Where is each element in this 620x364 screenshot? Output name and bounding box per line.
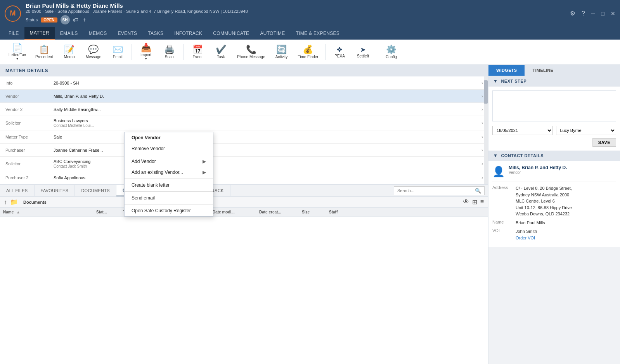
menu-communicate[interactable]: COMMUNICATE <box>208 28 255 39</box>
toolbar-event[interactable]: 📅 Event <box>187 44 208 61</box>
matter-row-solicitor1: Solicitor Business Lawyers Contact Miche… <box>0 116 488 130</box>
tab-documents[interactable]: DOCUMENTS <box>75 185 116 196</box>
matter-scrollbar[interactable] <box>484 76 488 184</box>
ctx-sep-2 <box>125 179 213 179</box>
restore-icon[interactable]: □ <box>601 10 604 17</box>
contact-field-name: Name Brian Paul Mills <box>492 220 616 226</box>
tab-all-files[interactable]: ALL FILES <box>0 185 35 196</box>
folder-view-icon[interactable]: ⊞ <box>472 198 477 206</box>
window-controls: ⚙ ? ─ □ ✕ <box>570 10 615 17</box>
person-select[interactable]: Lucy Byrne <box>556 126 617 135</box>
menu-time-expenses[interactable]: TIME & EXPENSES <box>291 28 345 39</box>
menu-file[interactable]: FILE <box>3 28 24 39</box>
contact-card-info: Mills, Brian P. and Hetty D. Vendor <box>509 165 567 175</box>
toolbar-config[interactable]: ⚙️ Config <box>380 44 402 61</box>
right-panel-content: ▼ NEXT STEP 18/05/2021 Lucy Byrne SAVE <box>488 76 620 364</box>
save-button[interactable]: SAVE <box>592 138 616 147</box>
toolbar-settleit[interactable]: ➤ SettleIt <box>352 45 374 60</box>
search-input[interactable] <box>397 188 475 193</box>
ctx-remove-vendor[interactable]: Remove Vendor <box>125 143 213 154</box>
add-icon[interactable]: ＋ <box>81 16 88 24</box>
ctx-open-safe-custody[interactable]: Open Safe Custody Register <box>125 205 213 216</box>
matter-label-solicitor2: Solicitor <box>0 159 50 168</box>
settings-icon[interactable]: ⚙ <box>570 10 575 17</box>
voi-label: VOI <box>492 228 516 241</box>
matter-details-header: MATTER DETAILS <box>0 65 488 76</box>
col-header-size[interactable]: Size <box>299 209 326 215</box>
name-label: Name <box>492 220 516 226</box>
status-label: Status <box>26 17 38 22</box>
list-view-icon[interactable]: ≡ <box>480 198 484 206</box>
next-step-textarea[interactable] <box>492 90 616 121</box>
avatar-user[interactable]: SH <box>61 15 70 24</box>
menu-events[interactable]: EVENTS <box>112 28 142 39</box>
tag-icon: 🏷 <box>73 17 78 23</box>
col-header-name[interactable]: Name ▲ <box>0 209 93 215</box>
col-header-cdate[interactable]: Date creat... <box>256 209 299 215</box>
toolbar-message[interactable]: 💬 Message <box>82 44 106 61</box>
ctx-send-email[interactable]: Send email <box>125 192 213 203</box>
toolbar-phone-message[interactable]: 📞 Phone Message <box>233 44 269 61</box>
close-icon[interactable]: ✕ <box>611 10 615 17</box>
context-menu: Open Vendor Remove Vendor Add Vendor ▶ A… <box>124 132 213 217</box>
toolbar-time-finder[interactable]: 💰 Time Finder <box>294 44 322 61</box>
menu-emails[interactable]: EMAILS <box>55 28 83 39</box>
matter-value-info: 20-0900 - SH <box>50 78 477 88</box>
doc-content-area <box>0 217 488 364</box>
next-step-title: NEXT STEP <box>501 79 526 83</box>
toolbar-import[interactable]: 📥 Import ▼ <box>135 42 157 62</box>
toolbar-precedent[interactable]: 📋 Precedent <box>31 44 57 61</box>
tab-timeline[interactable]: TIMELINE <box>525 65 561 76</box>
up-arrow-btn[interactable]: ↑ <box>4 199 7 206</box>
phone-icon: 📞 <box>246 45 256 54</box>
col-header-stat[interactable]: Stat... <box>93 209 120 215</box>
left-panel: MATTER DETAILS Info 20-0900 - SH › Vendo… <box>0 65 488 364</box>
order-voi-link[interactable]: Order VOI <box>516 236 535 240</box>
toolbar-scan[interactable]: 🖨️ Scan <box>158 44 180 61</box>
toolbar-memo[interactable]: 📝 Memo <box>59 44 80 61</box>
toolbar: 📄 Letter/Fax ▼ 📋 Precedent 📝 Memo 💬 Mess… <box>0 40 620 65</box>
contact-field-address: Address C/ - Level 8, 20 Bridge Street,S… <box>492 185 616 217</box>
col-header-mdate[interactable]: Date modi... <box>210 209 256 215</box>
toolbar-email[interactable]: ✉️ Email <box>107 44 128 61</box>
ctx-open-vendor[interactable]: Open Vendor <box>125 132 213 143</box>
ctx-add-vendor[interactable]: Add Vendor ▶ <box>125 156 213 167</box>
date-select[interactable]: 18/05/2021 <box>492 126 553 135</box>
toolbar-task[interactable]: ✔️ Task <box>210 44 232 61</box>
tab-favourites[interactable]: FAVOURITES <box>35 185 75 196</box>
toolbar-activity[interactable]: 🔄 Activity <box>270 44 292 61</box>
title-bar: M Brian Paul Mills & Hetty Diane Mills 2… <box>0 0 620 27</box>
menu-matter[interactable]: MATTER <box>24 27 55 40</box>
address-value: C/ - Level 8, 20 Bridge Street,Sydney NS… <box>516 185 572 217</box>
toolbar-letter-fax[interactable]: 📄 Letter/Fax ▼ <box>5 42 30 62</box>
next-step-section-header: ▼ NEXT STEP <box>488 76 620 87</box>
matter-value-purchaser: Joanne Catherine Frase... <box>50 146 477 155</box>
menu-autotime[interactable]: AUTOTIME <box>255 28 290 39</box>
ctx-create-blank-letter[interactable]: Create blank letter <box>125 180 213 191</box>
minimize-icon[interactable]: ─ <box>591 10 595 17</box>
matter-row-solicitor2: Solicitor ABC Conveyancing Contact Jack … <box>0 157 488 171</box>
col-header-staff[interactable]: Staff <box>326 209 488 215</box>
file-tabs: ALL FILES FAVOURITES DOCUMENTS COMMUNICA… <box>0 185 488 197</box>
letter-fax-icon: 📄 <box>12 43 23 52</box>
matter-title: Brian Paul Mills & Hetty Diane Mills <box>26 2 248 9</box>
eye-icon[interactable]: 👁 <box>463 198 469 206</box>
ctx-add-existing-vendor[interactable]: Add an existing Vendor... ▶ <box>125 167 213 178</box>
email-icon: ✉️ <box>113 45 123 54</box>
menu-infotrack[interactable]: INFOTRACK <box>169 28 208 39</box>
right-tabs: WIDGETS TIMELINE <box>488 65 620 76</box>
doc-table-header: Name ▲ Stat... To From Date modi... Date… <box>0 208 488 217</box>
menu-tasks[interactable]: TASKS <box>142 28 169 39</box>
message-icon: 💬 <box>88 45 99 54</box>
menu-memos[interactable]: MEMOS <box>83 28 113 39</box>
status-badge: OPEN <box>41 17 57 23</box>
matter-row-purchaser: Purchaser Joanne Catherine Frase... › <box>0 144 488 157</box>
activity-icon: 🔄 <box>276 45 287 54</box>
contact-role: Vendor <box>509 170 567 175</box>
help-icon[interactable]: ? <box>582 10 585 17</box>
matter-label-info: Info <box>0 78 50 88</box>
tab-widgets[interactable]: WIDGETS <box>488 65 525 76</box>
ctx-sep-4 <box>125 204 213 205</box>
contact-avatar-icon: 👤 <box>492 166 505 178</box>
toolbar-pexa[interactable]: ❖ PEXA <box>329 45 350 60</box>
